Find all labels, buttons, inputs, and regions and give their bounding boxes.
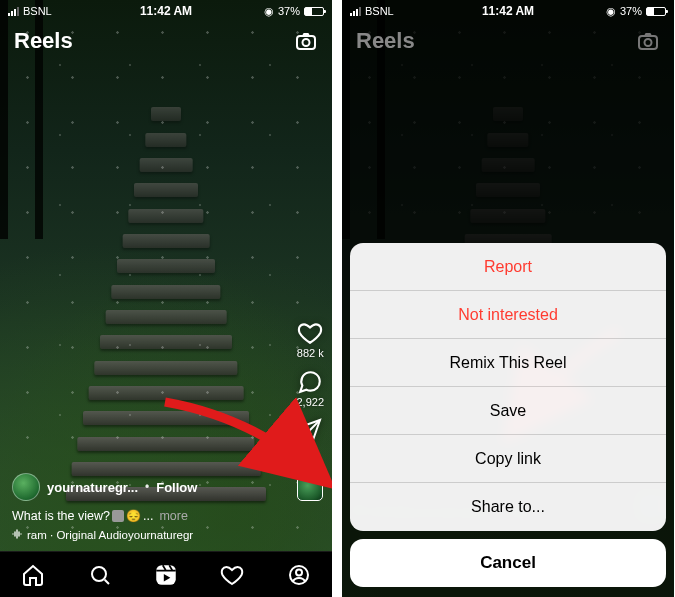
reels-header: Reels — [0, 22, 332, 60]
camera-icon — [636, 29, 660, 53]
comment-button[interactable]: 2,922 — [296, 369, 324, 408]
phone-left: BSNL 11:42 AM ◉ 37% Reels 882 k — [0, 0, 332, 597]
svg-rect-3 — [156, 565, 176, 585]
battery-percent: 37% — [620, 5, 642, 17]
clock: 11:42 AM — [140, 4, 192, 18]
sheet-report[interactable]: Report — [350, 243, 666, 291]
action-rail: 882 k 2,922 — [296, 320, 324, 501]
sheet-cancel[interactable]: Cancel — [350, 539, 666, 587]
like-button[interactable]: 882 k — [297, 320, 324, 359]
sheet-copy-link[interactable]: Copy link — [350, 435, 666, 483]
placeholder-glyph — [112, 510, 124, 522]
carrier-label: BSNL — [365, 5, 394, 17]
audio-info[interactable]: ram · Original Audioyournaturegr — [12, 529, 272, 541]
bottom-nav — [0, 551, 332, 597]
svg-point-1 — [303, 39, 310, 46]
reel-info: yournaturegr... • Follow What is the vie… — [12, 473, 272, 541]
location-icon: ◉ — [264, 5, 274, 18]
signal-icon — [350, 6, 361, 16]
phone-right: BSNL 11:42 AM ◉ 37% Reels ial Audioyourn… — [342, 0, 674, 597]
svg-point-2 — [92, 567, 106, 581]
more-options-button[interactable] — [303, 456, 318, 459]
svg-rect-6 — [639, 36, 657, 49]
caption-text: What is the view? — [12, 509, 110, 523]
audio-cover[interactable] — [297, 475, 323, 501]
caption-ellipsis: ... — [143, 509, 153, 523]
camera-icon[interactable] — [294, 29, 318, 53]
like-count: 882 k — [297, 347, 324, 359]
caption[interactable]: What is the view? 😔 ... more — [12, 509, 272, 523]
battery-percent: 37% — [278, 5, 300, 17]
caption-more[interactable]: more — [159, 509, 187, 523]
status-bar: BSNL 11:42 AM ◉ 37% — [0, 0, 332, 22]
username[interactable]: yournaturegr... — [47, 480, 138, 495]
comment-count: 2,922 — [296, 396, 324, 408]
status-bar: BSNL 11:42 AM ◉ 37% — [342, 0, 674, 22]
share-button[interactable] — [298, 418, 322, 442]
svg-point-5 — [296, 569, 302, 575]
nav-search[interactable] — [80, 552, 120, 597]
emoji-icon: 😔 — [126, 509, 141, 523]
svg-rect-0 — [297, 36, 315, 49]
sheet-save[interactable]: Save — [350, 387, 666, 435]
reels-header: Reels — [342, 22, 674, 60]
nav-reels[interactable] — [146, 552, 186, 597]
carrier-label: BSNL — [23, 5, 52, 17]
page-title: Reels — [14, 28, 73, 54]
audio-text: ram · Original Audioyournaturegr — [27, 529, 193, 541]
sheet-remix[interactable]: Remix This Reel — [350, 339, 666, 387]
clock: 11:42 AM — [482, 4, 534, 18]
action-sheet: Report Not interested Remix This Reel Sa… — [350, 243, 666, 587]
nav-home[interactable] — [13, 552, 53, 597]
nav-profile[interactable] — [279, 552, 319, 597]
avatar[interactable] — [12, 473, 40, 501]
location-icon: ◉ — [606, 5, 616, 18]
nav-activity[interactable] — [212, 552, 252, 597]
page-title: Reels — [356, 28, 415, 54]
signal-icon — [8, 6, 19, 16]
battery-icon — [304, 7, 324, 16]
follow-button[interactable]: Follow — [156, 480, 197, 495]
separator: • — [145, 480, 149, 494]
sheet-not-interested[interactable]: Not interested — [350, 291, 666, 339]
battery-icon — [646, 7, 666, 16]
svg-point-7 — [645, 39, 652, 46]
audio-wave-icon — [12, 529, 22, 541]
sheet-share-to[interactable]: Share to... — [350, 483, 666, 531]
